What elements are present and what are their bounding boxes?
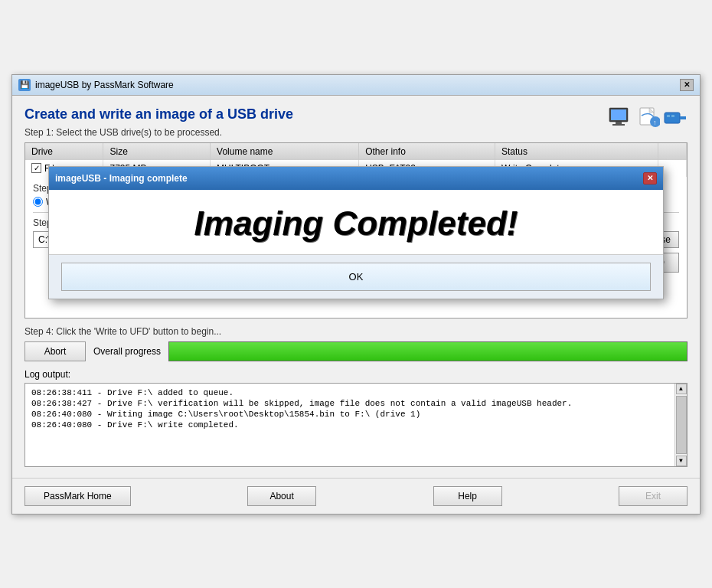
scrollbar-up-button[interactable]: ▲ (676, 384, 687, 394)
col-actions (658, 143, 687, 160)
svg-text:↑: ↑ (653, 119, 657, 126)
exit-button[interactable]: Exit (619, 486, 688, 506)
col-size: Size (103, 143, 211, 160)
radio-write-input[interactable] (33, 197, 43, 207)
imaging-complete-modal: imageUSB - Imaging complete ✕ Imaging Co… (48, 166, 664, 299)
table-header-row: Drive Size Volume name Other info Status (25, 143, 687, 160)
svg-rect-3 (612, 124, 625, 126)
top-icons: ↑ (606, 106, 688, 129)
scrollbar-thumb[interactable] (676, 396, 687, 454)
header-row: Create and write an image of a USB drive… (24, 106, 688, 142)
scrollbar-down-button[interactable]: ▼ (676, 456, 687, 466)
step4-label: Step 4: Click the 'Write to UFD' button … (24, 326, 688, 337)
usb-icon (663, 106, 688, 129)
help-button[interactable]: Help (433, 486, 502, 506)
modal-title-text: imageUSB - Imaging complete (55, 173, 188, 184)
modal-close-button[interactable]: ✕ (643, 172, 657, 185)
modal-body: Imaging Completed! (49, 190, 663, 254)
svg-rect-11 (671, 115, 674, 117)
col-drive: Drive (25, 143, 103, 160)
log-box: 08:26:38:411 - Drive F:\ added to queue.… (24, 383, 688, 467)
step1-label: Step 1: Select the USB drive(s) to be pr… (24, 127, 293, 138)
log-scrollbar[interactable]: ▲ ▼ (674, 384, 687, 466)
modal-footer: OK (49, 254, 663, 299)
window-body: Create and write an image of a USB drive… (12, 96, 700, 478)
computer-icon (606, 106, 635, 129)
about-button[interactable]: About (247, 486, 316, 506)
main-window: 💾 imageUSB by PassMark Software ✕ Create… (11, 74, 701, 514)
title-bar-left: 💾 imageUSB by PassMark Software (18, 79, 174, 91)
svg-rect-8 (665, 113, 680, 123)
col-other-info: Other info (359, 143, 495, 160)
col-status: Status (495, 143, 658, 160)
modal-ok-button[interactable]: OK (61, 263, 651, 291)
window-close-button[interactable]: ✕ (680, 79, 694, 91)
col-volume-name: Volume name (211, 143, 359, 160)
svg-rect-1 (611, 109, 626, 120)
abort-button[interactable]: Abort (24, 341, 86, 361)
log-line-2: 08:26:40:080 - Writing image C:\Users\ro… (31, 410, 681, 419)
title-bar: 💾 imageUSB by PassMark Software ✕ (12, 75, 700, 96)
log-label: Log output: (24, 369, 688, 380)
progress-bar-fill (169, 342, 687, 361)
bottom-bar: PassMark Home About Help Exit (12, 478, 700, 514)
log-line-1: 08:26:38:427 - Drive F:\ verification wi… (31, 399, 681, 408)
overall-progress-label: Overall progress (93, 346, 161, 357)
drive-table-container: Drive Size Volume name Other info Status… (24, 142, 688, 318)
modal-title-bar: imageUSB - Imaging complete ✕ (49, 167, 663, 190)
svg-rect-2 (616, 122, 622, 124)
log-content: 08:26:38:411 - Drive F:\ added to queue.… (31, 388, 681, 430)
app-icon: 💾 (18, 79, 31, 91)
progress-bar-container (168, 341, 688, 361)
file-icon: ↑ (639, 106, 660, 129)
modal-big-text: Imaging Completed! (72, 205, 640, 242)
passmark-home-button[interactable]: PassMark Home (24, 486, 131, 506)
log-line-0: 08:26:38:411 - Drive F:\ added to queue. (31, 388, 681, 397)
title-text: imageUSB by PassMark Software (35, 80, 174, 90)
progress-row: Abort Overall progress (24, 341, 688, 361)
main-title: Create and write an image of a USB drive (24, 106, 293, 122)
drive-checkbox[interactable]: ✓ (31, 163, 41, 173)
svg-rect-10 (667, 115, 670, 117)
header-left: Create and write an image of a USB drive… (24, 106, 293, 142)
log-line-3: 08:26:40:080 - Drive F:\ write completed… (31, 420, 681, 430)
svg-rect-9 (680, 116, 686, 119)
